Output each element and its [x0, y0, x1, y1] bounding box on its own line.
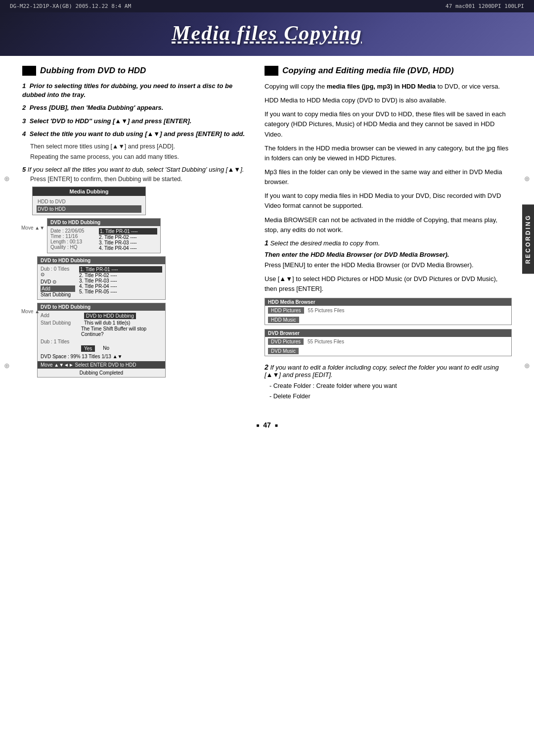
dvd-pictures-row: DVD Pictures 55 Pictures Files	[265, 337, 511, 346]
header-right: 47 mac001 1200DPI 100LPI	[445, 3, 524, 9]
bullet-delete-folder: Delete Folder	[269, 392, 512, 401]
sub-section-title: Then enter the HDD Media Browser (or DVD…	[265, 251, 512, 258]
screen2-icon: ⊙	[41, 272, 75, 277]
steps-list: 1 Prior to selecting titles for dubbing,…	[22, 82, 250, 139]
step-1-text: Prior to selecting titles for dubbing, y…	[22, 82, 232, 98]
right-section-title: Copying and Editing media file (DVD, HDD…	[265, 66, 512, 76]
screen1-move-label: Move ▲▼	[21, 225, 44, 231]
right-para7: Media BROWSER can not be activated in th…	[265, 215, 512, 235]
option-dvd-to-hdd: DVD to HDD	[37, 205, 141, 213]
dvd-pictures-label: DVD Pictures	[268, 338, 304, 345]
screen1-val-3: 4. Title PR-04 ----	[99, 245, 157, 251]
right-sub-para1: Press [MENU] to enter the HDD Media Brow…	[265, 260, 512, 270]
right-title-text: Copying and Editing media file (DVD, HDD…	[282, 66, 454, 76]
dvd-browser-title: DVD Browser	[265, 330, 511, 337]
step-2-text: Press [DUB], then 'Media Dubbing' appear…	[30, 104, 164, 111]
hdd-music-row: HDD Music	[265, 315, 511, 325]
left-title-text: Dubbing from DVD to HDD	[40, 66, 146, 76]
step-4-text: Select the title you want to dub using […	[30, 130, 245, 138]
screen3-dvd-space: DVD Space : 99% 13 Titles 1/13 ▲▼	[41, 354, 162, 359]
screen2-start-btn[interactable]: Start Dubbing	[41, 292, 75, 297]
recording-tab: RECORDING	[522, 204, 534, 274]
dvd-browser: DVD Browser DVD Pictures 55 Pictures Fil…	[265, 329, 512, 356]
step-3-text: Select 'DVD to HDD'' using [▲▼] and pres…	[30, 117, 192, 125]
screen3-add: Add	[41, 313, 80, 319]
sub-text-2: Repeating the same process, you can add …	[30, 153, 250, 162]
right-para4: The folders in the HDD media browser can…	[265, 143, 512, 163]
screen2-title-2: 3. Title PR-03 ----	[79, 278, 162, 284]
screen1-content: Date : 22/06/05 Time : 11/16 Length : 00…	[47, 226, 160, 253]
screen2-title-1: 2. Title PR-02 ----	[79, 273, 162, 278]
no-button[interactable]: No	[103, 345, 109, 352]
option-hdd-to-dvd: HDD to DVD	[37, 198, 141, 205]
page-header: DG-M22-12D1P-XA(GB) 2005.12.22 8:4 AM 47…	[0, 0, 534, 12]
screen3-box: DVD to HDD Dubbing Add DVD to HDD Dubbin…	[37, 303, 166, 378]
screen2-title-4: 5. Title PR-05 ----	[79, 289, 162, 294]
step-5-container: 5 If you select all the titles you want …	[22, 166, 250, 173]
title-bar-icon	[22, 66, 36, 76]
dubbing-main-screen: Media Dubbing HDD to DVD DVD to HDD	[32, 187, 250, 215]
crosshair-tl: ⊕	[4, 175, 10, 183]
hdd-browser-title: HDD Media Browser	[265, 298, 511, 306]
step-1: 1 Prior to selecting titles for dubbing,…	[22, 82, 250, 99]
screen2-box: DVD to HDD Dubbing Dub : 0 Titles ⊙ DVD …	[37, 256, 166, 300]
right-title-bar-icon	[265, 66, 278, 76]
right-step2-num: 2	[265, 363, 268, 371]
screen3-move-label: Move ▲	[21, 309, 40, 314]
screen3-start: Start Dubbing	[41, 320, 80, 326]
screen1-title: DVD to HDD Dubbing	[47, 219, 160, 226]
sub-text-1: Then select more titles using [▲▼] and p…	[30, 142, 250, 151]
bullet-create-folder: Create Folder : Create folder where you …	[269, 381, 512, 390]
screen2-title-3: 4. Title PR-04 ----	[79, 284, 162, 289]
screen1-labels: Date : 22/06/05 Time : 11/16 Length : 00…	[50, 228, 95, 251]
header-left: DG-M22-12D1P-XA(GB) 2005.12.22 8:4 AM	[10, 3, 131, 9]
screen2-add-btn[interactable]: Add	[41, 285, 75, 292]
step-4: 4 Select the title you want to dub using…	[22, 130, 250, 139]
right-para5: Mp3 files in the folder can only be view…	[265, 167, 512, 187]
dubbing-options: HDD to DVD DVD to HDD	[33, 196, 145, 215]
right-para6: If you want to copy media files in HDD M…	[265, 191, 512, 211]
screen2-content: Dub : 0 Titles ⊙ DVD ⊙ Add Start Dubbing…	[38, 264, 165, 299]
hdd-media-browser: HDD Media Browser HDD Pictures 55 Pictur…	[265, 298, 512, 325]
right-sub-para2: Use [▲▼] to select HDD Pictures or HDD M…	[265, 274, 512, 294]
page-number: 47	[256, 421, 278, 429]
screen2-wrapper: DVD to HDD Dubbing Dub : 0 Titles ⊙ DVD …	[22, 256, 250, 300]
right-column: Copying and Editing media file (DVD, HDD…	[265, 66, 512, 403]
page-title: Media files Copying	[20, 21, 514, 45]
crosshair-br: ⊕	[524, 362, 530, 370]
screen2-title-0: 1. Title PR-01 ----	[79, 266, 162, 273]
step-3: 3 Select 'DVD to HDD'' using [▲▼] and pr…	[22, 117, 250, 126]
screen1-wrapper: Move ▲▼ DVD to HDD Dubbing Date : 22/06/…	[22, 218, 250, 253]
crosshair-tr: ⊕	[524, 175, 530, 183]
right-para3: If you want to copy media files on your …	[265, 109, 512, 139]
right-step1-text: Select the desired media to copy from.	[270, 239, 380, 247]
screen2-dub-label: Dub : 0 Titles	[41, 266, 75, 272]
screen3-val2: The Time Shift Buffer will stop	[81, 326, 162, 331]
screen3-content: Add DVD to HDD Dubbing Start Dubbing Thi…	[38, 311, 165, 361]
step-2: 2 Press [DUB], then 'Media Dubbing' appe…	[22, 103, 250, 112]
screen1-val-1: 2. Title PR-02 ----	[99, 235, 157, 240]
screen1-quality: Quality : HQ	[50, 244, 95, 250]
screen3-bottom-bar: Move ▲▼◄► Select ENTER DVD to HDD	[38, 361, 165, 369]
dvd-music-row: DVD Music	[265, 346, 511, 356]
right-step1-num: 1	[265, 239, 268, 247]
screen3-wrapper: Move ▲ DVD to HDD Dubbing Add DVD to HDD…	[22, 303, 250, 378]
right-para2: HDD Media to HDD Media copy (DVD to DVD)…	[265, 95, 512, 105]
screen3-title: DVD to HDD Dubbing	[38, 303, 165, 311]
screen3-val0: DVD to HDD Dubbing	[84, 313, 136, 319]
screen3-val3: Continue?	[81, 331, 162, 337]
title-banner: Media files Copying	[0, 12, 534, 56]
screen1-time: Time : 11/16	[50, 234, 95, 239]
screen1-val-0: 1. Title PR-01 ----	[99, 228, 157, 235]
yes-button[interactable]: Yes	[81, 345, 95, 352]
hdd-music-label: HDD Music	[268, 317, 299, 323]
screen1-length: Length : 00:13	[50, 239, 95, 244]
crosshair-bl: ⊕	[4, 362, 10, 370]
dvd-pictures-value: 55 Pictures Files	[308, 339, 344, 344]
screen1-val-2: 3. Title PR-03 ----	[99, 240, 157, 245]
screen1-date: Date : 22/06/05	[50, 228, 95, 234]
right-step2: 2 If you want to edit a folder including…	[265, 363, 512, 378]
right-step2-text: If you want to edit a folder including c…	[265, 364, 499, 378]
screen2-dvd-icon: DVD ⊙	[41, 279, 75, 284]
screen1-values: 1. Title PR-01 ---- 2. Title PR-02 ---- …	[99, 228, 157, 251]
